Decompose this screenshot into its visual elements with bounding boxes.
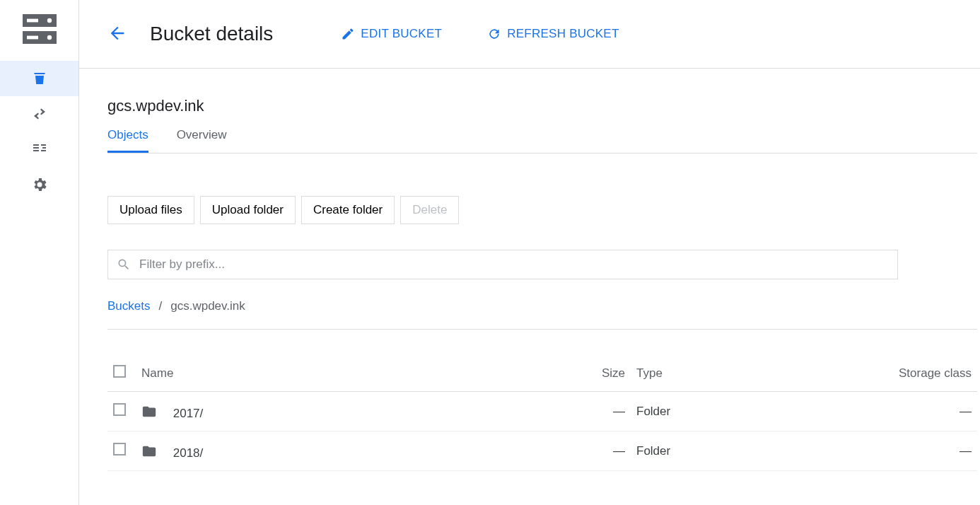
rail-item-browser[interactable] xyxy=(0,61,78,96)
folder-icon xyxy=(141,448,161,462)
col-size[interactable]: Size xyxy=(574,355,631,392)
edit-bucket-label: EDIT BUCKET xyxy=(361,27,442,41)
object-size: — xyxy=(574,392,631,431)
bucket-icon xyxy=(31,70,48,87)
upload-files-button[interactable]: Upload files xyxy=(107,196,194,224)
side-rail xyxy=(0,0,79,505)
row-checkbox[interactable] xyxy=(113,403,126,416)
storage-logo-icon xyxy=(23,14,57,44)
object-size: — xyxy=(574,431,631,471)
refresh-icon xyxy=(487,27,501,41)
object-type: Folder xyxy=(631,392,857,431)
svg-point-3 xyxy=(47,35,51,40)
detail-tabs: Objects Overview xyxy=(107,128,977,153)
transfer-icon xyxy=(31,105,48,122)
edit-bucket-button[interactable]: EDIT BUCKET xyxy=(341,27,442,41)
col-storage-class[interactable]: Storage class xyxy=(857,355,977,392)
prefix-filter[interactable] xyxy=(107,250,898,279)
object-storage-class: — xyxy=(857,431,977,471)
table-row[interactable]: 2017/ — Folder — xyxy=(107,392,977,431)
object-toolbar: Upload files Upload folder Create folder… xyxy=(107,196,980,224)
refresh-bucket-label: REFRESH BUCKET xyxy=(507,27,619,41)
svg-point-2 xyxy=(47,18,51,23)
page-header: Bucket details EDIT BUCKET REFRESH BUCKE… xyxy=(79,0,980,69)
gear-icon xyxy=(31,176,48,193)
search-icon xyxy=(117,257,131,272)
back-button[interactable] xyxy=(107,23,127,45)
folder-icon xyxy=(141,409,161,422)
object-name[interactable]: 2018/ xyxy=(173,446,204,460)
tab-objects[interactable]: Objects xyxy=(107,128,148,153)
object-name[interactable]: 2017/ xyxy=(173,407,204,420)
delete-button: Delete xyxy=(400,196,459,224)
table-row[interactable]: 2018/ — Folder — xyxy=(107,431,977,471)
arrow-left-icon xyxy=(107,23,127,43)
create-folder-button[interactable]: Create folder xyxy=(301,196,395,224)
pencil-icon xyxy=(341,27,355,41)
breadcrumb-sep: / xyxy=(158,299,162,313)
object-storage-class: — xyxy=(857,392,977,431)
rail-item-settings[interactable] xyxy=(0,167,78,202)
product-logo xyxy=(0,14,78,44)
prefix-filter-input[interactable] xyxy=(139,257,889,272)
col-type[interactable]: Type xyxy=(631,355,857,392)
upload-folder-button[interactable]: Upload folder xyxy=(200,196,296,224)
objects-table: Name Size Type Storage class 2017/ xyxy=(107,355,977,471)
select-all-checkbox[interactable] xyxy=(113,365,126,378)
breadcrumb-current: gcs.wpdev.ink xyxy=(170,299,245,313)
breadcrumb-root[interactable]: Buckets xyxy=(107,299,150,313)
row-checkbox[interactable] xyxy=(113,443,126,455)
object-type: Folder xyxy=(631,431,857,471)
bucket-name: gcs.wpdev.ink xyxy=(107,97,980,115)
tab-overview[interactable]: Overview xyxy=(177,128,227,153)
svg-rect-5 xyxy=(27,36,38,40)
page-title: Bucket details xyxy=(150,23,273,45)
rail-item-transfer-appliance[interactable] xyxy=(0,132,78,167)
rail-item-transfer[interactable] xyxy=(0,96,78,132)
appliance-icon xyxy=(31,141,48,158)
refresh-bucket-button[interactable]: REFRESH BUCKET xyxy=(487,27,619,41)
col-name[interactable]: Name xyxy=(136,355,574,392)
svg-rect-4 xyxy=(27,19,38,23)
breadcrumb: Buckets / gcs.wpdev.ink xyxy=(107,299,977,330)
